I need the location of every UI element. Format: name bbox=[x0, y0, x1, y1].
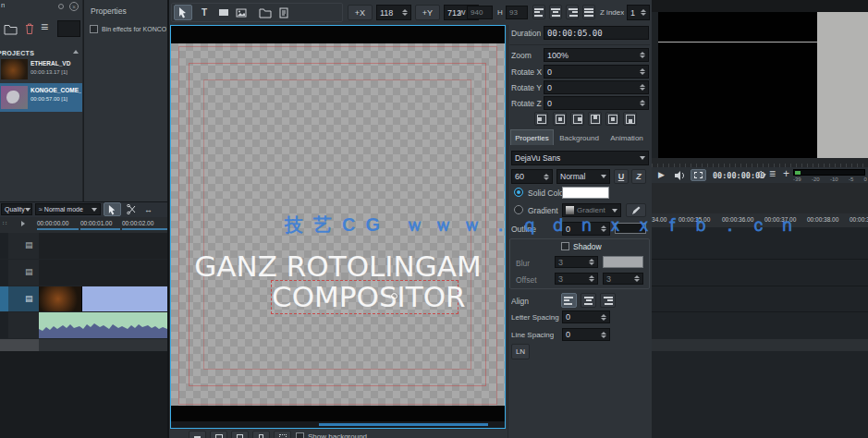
collapsed-track-lane[interactable] bbox=[39, 339, 167, 351]
zoom-spinbox[interactable]: 100% bbox=[544, 48, 649, 62]
text-color-swatch[interactable] bbox=[562, 187, 609, 199]
selection-tool-button[interactable] bbox=[104, 202, 121, 216]
spin-arrows-icon[interactable] bbox=[402, 9, 408, 16]
font-weight-combo[interactable]: Normal bbox=[556, 169, 610, 184]
align-frame-left-button[interactable] bbox=[534, 112, 548, 126]
marker-flag-icon[interactable] bbox=[21, 221, 25, 226]
panel-close-icon[interactable]: × bbox=[69, 2, 79, 11]
spin-arrows-icon[interactable] bbox=[640, 52, 645, 58]
add-rect-tool-button[interactable] bbox=[214, 5, 233, 20]
timeline-zone-bar[interactable] bbox=[37, 228, 79, 230]
tab-background[interactable]: Background bbox=[556, 130, 603, 145]
loop-icon[interactable] bbox=[757, 170, 766, 179]
canvas-hscrollbar-thumb[interactable] bbox=[319, 423, 488, 426]
razor-tool-button[interactable] bbox=[125, 202, 139, 216]
tab-properties[interactable]: Properties bbox=[510, 129, 554, 145]
underline-button[interactable]: U bbox=[614, 169, 629, 184]
panel-float-icon[interactable] bbox=[58, 4, 64, 9]
add-image-tool-button[interactable] bbox=[232, 5, 251, 20]
title-text-line1[interactable]: GANZ ROTOLINGAM bbox=[171, 249, 505, 283]
rotate-z-spinbox[interactable]: 0 bbox=[544, 96, 649, 110]
video-clip[interactable] bbox=[39, 286, 82, 311]
spin-arrows-icon[interactable] bbox=[544, 174, 549, 180]
collapsed-track-header[interactable] bbox=[0, 339, 39, 351]
align-frame-top-button[interactable] bbox=[588, 112, 602, 126]
zoom-original-button[interactable] bbox=[252, 431, 270, 438]
shadow-checkbox[interactable] bbox=[561, 242, 569, 250]
y-position-button[interactable]: +Y bbox=[415, 5, 440, 20]
align-right-button[interactable] bbox=[566, 5, 579, 19]
spin-arrows-icon[interactable] bbox=[640, 84, 645, 91]
spacer-tool-button[interactable]: ↔ bbox=[141, 202, 155, 216]
font-size-spinbox[interactable]: 60 bbox=[511, 169, 553, 184]
bin-clip-row[interactable]: ETHERAL_VD 00:00:13.17 [1] bbox=[0, 57, 82, 82]
text-align-center-button[interactable] bbox=[581, 293, 596, 308]
grid-button[interactable] bbox=[274, 431, 291, 438]
play-icon[interactable]: ▶ bbox=[658, 170, 665, 179]
track-header[interactable]: ▤ bbox=[0, 260, 39, 286]
select-tool-button[interactable] bbox=[174, 5, 192, 20]
track-header[interactable] bbox=[0, 312, 39, 338]
add-text-tool-button[interactable]: T bbox=[195, 5, 214, 20]
rotate-x-spinbox[interactable]: 0 bbox=[544, 65, 649, 79]
clipped-tool-button[interactable] bbox=[159, 202, 167, 216]
bin-search-input[interactable] bbox=[57, 20, 80, 37]
rotate-y-spinbox[interactable]: 0 bbox=[544, 80, 649, 94]
zindex-spinbox[interactable]: 1 bbox=[627, 5, 650, 20]
align-center-button[interactable] bbox=[549, 5, 562, 19]
track-lane[interactable] bbox=[39, 233, 167, 259]
line-spacing-spinbox[interactable]: 0 bbox=[562, 328, 610, 341]
align-justify-button[interactable] bbox=[582, 5, 595, 19]
menu-icon[interactable]: ≡ bbox=[41, 19, 48, 34]
track-config-icon[interactable]: ∷ bbox=[3, 220, 6, 227]
insert-unicode-button[interactable]: LN bbox=[511, 344, 530, 359]
spin-arrows-icon[interactable] bbox=[601, 314, 606, 321]
track-lane-active[interactable] bbox=[39, 286, 167, 311]
align-frame-bottom-button[interactable] bbox=[623, 112, 637, 126]
track-lane[interactable] bbox=[39, 312, 167, 338]
project-monitor-screen[interactable] bbox=[658, 12, 817, 158]
text-align-left-button[interactable] bbox=[561, 293, 577, 308]
duration-field[interactable]: 00:00:05.00 bbox=[544, 26, 649, 40]
bin-effects-checkbox[interactable] bbox=[90, 25, 98, 33]
zoom-fit-monitor-button[interactable] bbox=[691, 169, 706, 181]
x-position-button[interactable]: +X bbox=[348, 5, 373, 20]
quality-combo[interactable]: Quality bbox=[1, 203, 32, 215]
track-lane[interactable] bbox=[39, 260, 167, 286]
zoom-out-button[interactable] bbox=[189, 431, 206, 438]
spin-arrows-icon[interactable] bbox=[641, 9, 646, 16]
edit-mode-combo[interactable]: ≈ Normal mode bbox=[35, 203, 101, 215]
monitor-menu-icon[interactable]: ≡ bbox=[769, 167, 776, 180]
timeline-empty-area[interactable] bbox=[0, 351, 167, 438]
track-header-active[interactable]: ▤ bbox=[0, 286, 39, 311]
bin-clip-row-selected[interactable]: KONGOE_COME_WITH_ 00:00:57.00 [1] bbox=[0, 83, 82, 112]
open-document-icon[interactable] bbox=[256, 5, 275, 20]
text-align-right-button[interactable] bbox=[600, 293, 616, 308]
solid-color-radio[interactable] bbox=[514, 188, 523, 197]
timeline-ruler-left[interactable]: ∷ 00:00:00.00 00:00:01.00 00:00:02.00 bbox=[0, 217, 167, 233]
spin-arrows-icon[interactable] bbox=[640, 68, 645, 75]
add-folder-icon[interactable] bbox=[4, 23, 18, 35]
save-document-icon[interactable] bbox=[275, 5, 293, 20]
align-frame-right-button[interactable] bbox=[570, 112, 584, 126]
add-guide-icon[interactable]: + bbox=[783, 167, 789, 180]
font-family-combo[interactable]: DejaVu Sans bbox=[511, 151, 649, 165]
spin-arrows-icon[interactable] bbox=[640, 100, 645, 106]
align-frame-hcenter-button[interactable] bbox=[553, 112, 567, 126]
zoom-fit-button[interactable] bbox=[210, 431, 227, 438]
delete-icon[interactable] bbox=[24, 22, 35, 35]
collapse-chevron-icon[interactable] bbox=[73, 50, 79, 54]
align-frame-vcenter-button[interactable] bbox=[605, 112, 619, 126]
align-left-button[interactable] bbox=[532, 5, 545, 19]
spin-arrows-icon[interactable] bbox=[601, 332, 606, 338]
text-item-selection-box[interactable]: COMPOSITOR bbox=[271, 280, 458, 314]
letter-spacing-spinbox[interactable]: 0 bbox=[562, 310, 610, 323]
show-background-checkbox[interactable] bbox=[296, 432, 304, 438]
monitor-seek-ruler[interactable] bbox=[652, 158, 868, 167]
x-position-spinbox[interactable]: 118 bbox=[376, 5, 411, 20]
title-clip[interactable] bbox=[82, 286, 167, 311]
zoom-in-button[interactable] bbox=[231, 431, 249, 438]
speaker-icon[interactable] bbox=[674, 171, 685, 180]
canvas-hscrollbar-track[interactable] bbox=[171, 421, 505, 428]
tab-animation[interactable]: Animation bbox=[605, 130, 649, 145]
